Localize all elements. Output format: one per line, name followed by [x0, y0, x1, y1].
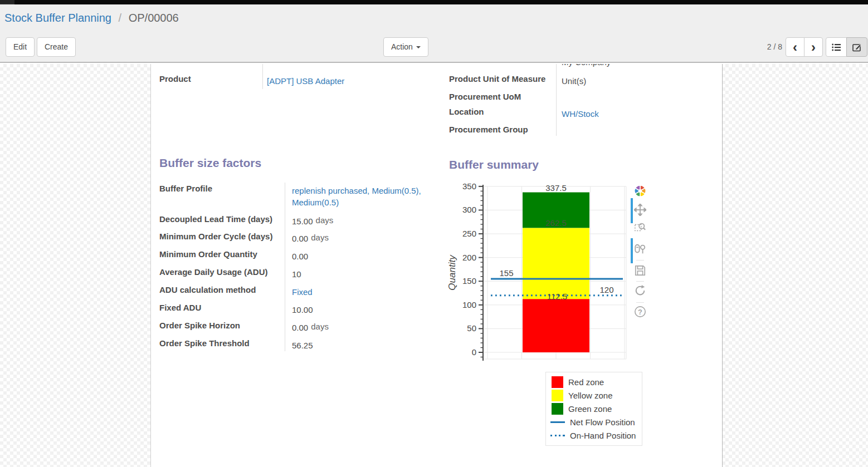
zoom-in-out-icon[interactable] — [634, 243, 646, 255]
field-label: Decoupled Lead Time (days) — [159, 214, 272, 224]
breadcrumb: Stock Buffer Planning / OP/00006 — [4, 12, 179, 24]
chevron-right-icon: › — [811, 39, 816, 56]
field-value: 0.00days — [292, 233, 443, 244]
caret-down-icon — [416, 46, 421, 48]
field-label: Location — [449, 107, 484, 116]
company-field-value-clipped: My Company — [562, 64, 611, 68]
legend-label: Net Flow Position — [570, 417, 635, 427]
field-value-link[interactable]: Fixed — [292, 286, 443, 298]
legend-label: Red zone — [568, 377, 604, 387]
view-switcher — [826, 37, 867, 57]
modebar-divider — [636, 302, 644, 303]
field-label: Fixed ADU — [159, 303, 201, 312]
buffer-summary-chart[interactable]: 337.5262.5155120112.50501001502002503003… — [446, 184, 633, 368]
field-unit: days — [311, 322, 329, 331]
field-unit: days — [311, 233, 329, 242]
legend-item[interactable]: Net Flow Position — [546, 416, 642, 429]
help-icon[interactable]: ? — [634, 306, 646, 318]
edit-button[interactable]: Edit — [6, 37, 35, 57]
legend-label: On-Hand Position — [570, 431, 636, 440]
field-label: Order Spike Threshold — [159, 338, 250, 348]
legend-line-solid — [550, 421, 565, 423]
field-value-link[interactable]: WH/Stock — [562, 108, 718, 120]
field-label: ADU calculation method — [159, 285, 256, 294]
pager-prev-button[interactable]: ‹ — [786, 37, 804, 57]
legend-item[interactable]: Yellow zone — [546, 389, 642, 402]
pager-next-button[interactable]: › — [804, 37, 823, 57]
field-value: 0.00days — [292, 322, 443, 333]
box-zoom-icon[interactable] — [634, 222, 646, 234]
buffer-factors-divider — [285, 183, 285, 351]
form-view-background: My Company Product[ADPT] USB Adapter Pro… — [0, 64, 868, 467]
legend-line-dotted — [550, 435, 565, 436]
control-panel: Stock Buffer Planning / OP/00006 Edit Cr… — [0, 4, 868, 63]
svg-text:0: 0 — [472, 347, 476, 357]
pan-icon[interactable] — [634, 204, 646, 216]
modebar-divider — [636, 281, 644, 282]
field-label: Buffer Profile — [159, 184, 212, 193]
field-value: 10 — [292, 268, 443, 280]
plotly-logo-icon[interactable] — [634, 185, 646, 197]
svg-text:150: 150 — [462, 276, 476, 286]
field-value: 10.00 — [292, 304, 443, 316]
chart-legend: Red zoneYellow zoneGreen zoneNet Flow Po… — [545, 372, 642, 446]
legend-swatch — [552, 376, 563, 388]
top-bar-segment — [0, 0, 14, 4]
form-sheet: My Company Product[ADPT] USB Adapter Pro… — [150, 64, 723, 467]
action-dropdown-button[interactable]: Action — [383, 37, 428, 57]
field-label: Product Unit of Measure — [449, 74, 545, 83]
svg-text:120: 120 — [599, 285, 613, 294]
top-black-bar — [0, 0, 868, 4]
field-label: Product — [159, 74, 191, 83]
svg-text:337.5: 337.5 — [545, 184, 567, 193]
field-value: 15.00days — [292, 215, 443, 227]
buffer-summary-title: Buffer summary — [449, 158, 539, 171]
left-group-divider — [262, 64, 263, 89]
chevron-left-icon: ‹ — [793, 39, 797, 56]
svg-text:?: ? — [638, 308, 642, 316]
action-label: Action — [391, 42, 413, 51]
list-view-button[interactable] — [826, 37, 847, 57]
field-label: Order Spike Horizon — [159, 321, 240, 330]
svg-text:200: 200 — [462, 253, 476, 262]
field-value: 56.25 — [292, 340, 443, 351]
field-label: Average Daily Usage (ADU) — [159, 267, 268, 277]
pager-counter: 2 / 8 — [760, 37, 782, 57]
breadcrumb-separator: / — [119, 12, 122, 24]
field-label: Procurement UoM — [449, 92, 521, 101]
legend-label: Green zone — [568, 404, 612, 414]
legend-item[interactable]: Green zone — [546, 402, 642, 415]
legend-item[interactable]: On-Hand Position — [546, 429, 642, 443]
buffer-size-factors-title: Buffer size factors — [159, 156, 261, 170]
svg-text:100: 100 — [462, 300, 476, 309]
legend-item[interactable]: Red zone — [546, 375, 642, 389]
field-value: Unit(s) — [562, 75, 718, 87]
create-button[interactable]: Create — [37, 37, 76, 57]
field-value: 0.00 — [292, 250, 443, 262]
svg-text:250: 250 — [462, 229, 476, 238]
modebar-accent-bar — [631, 238, 633, 263]
svg-text:112.5: 112.5 — [547, 292, 567, 301]
breadcrumb-current: OP/00006 — [129, 12, 179, 24]
legend-swatch — [552, 403, 563, 415]
modebar-divider — [636, 260, 644, 260]
svg-text:50: 50 — [467, 323, 476, 333]
legend-label: Yellow zone — [568, 391, 613, 400]
breadcrumb-parent-link[interactable]: Stock Buffer Planning — [4, 12, 111, 24]
field-label: Procurement Group — [449, 125, 528, 134]
field-label: Minimum Order Cycle (days) — [159, 232, 272, 241]
field-label: Minimum Order Quantity — [159, 249, 257, 259]
pager-buttons: ‹ › — [786, 37, 823, 57]
form-view-button[interactable] — [846, 37, 867, 57]
svg-text:300: 300 — [462, 205, 476, 214]
field-unit: days — [316, 215, 334, 225]
svg-text:350: 350 — [462, 184, 476, 191]
modebar-accent-bar — [631, 198, 633, 223]
y-axis-label: Quantity — [447, 254, 457, 291]
field-value-link[interactable]: [ADPT] USB Adapter — [267, 75, 434, 87]
field-value-link[interactable]: replenish purchased, Medium(0.5), Medium… — [292, 185, 443, 208]
save-icon[interactable] — [634, 264, 646, 277]
svg-text:155: 155 — [499, 268, 513, 278]
legend-swatch — [552, 390, 563, 401]
reset-axes-icon[interactable] — [634, 284, 646, 297]
